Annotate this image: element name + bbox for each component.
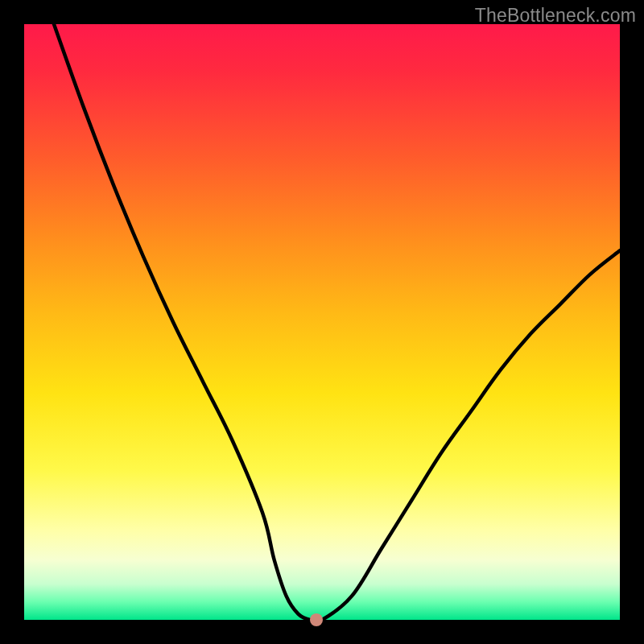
bottleneck-curve [24, 24, 620, 620]
chart-container: TheBottleneck.com [0, 0, 644, 644]
optimum-marker [310, 613, 323, 626]
watermark-text: TheBottleneck.com [475, 5, 636, 27]
plot-area [24, 24, 620, 620]
